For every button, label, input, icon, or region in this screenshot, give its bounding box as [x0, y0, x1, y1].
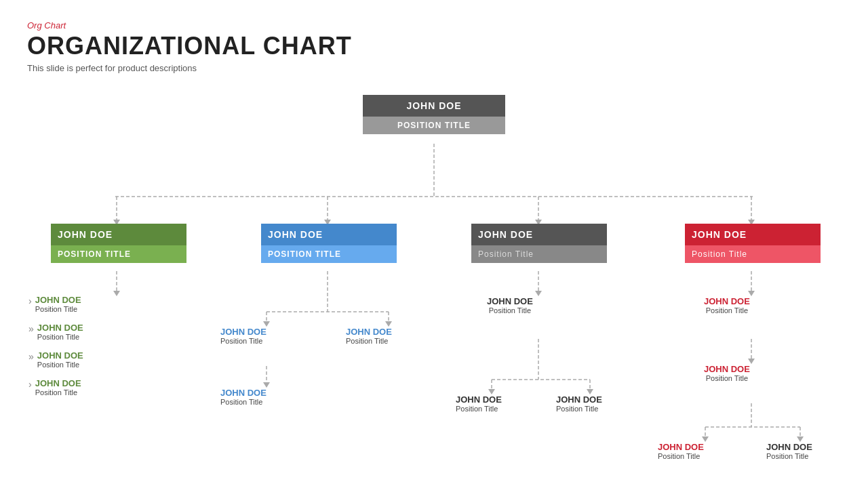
svg-marker-27: [587, 389, 593, 394]
gray-child-2-name: JOHN DOE: [456, 394, 502, 405]
chart-area: JOHN DOE POSITION TITLE JOHN DOE POSITIO…: [0, 81, 868, 488]
top-node-position: POSITION TITLE: [363, 117, 505, 134]
red-child-2: JOHN DOE Position Title: [704, 364, 750, 382]
red-node-name: JOHN DOE: [685, 224, 821, 245]
green-child-3-pos: Position Title: [37, 361, 83, 369]
svg-marker-36: [702, 436, 709, 442]
blue-child-1-pos: Position Title: [220, 337, 267, 345]
svg-marker-26: [488, 389, 495, 394]
red-child-3-pos: Position Title: [658, 452, 704, 460]
blue-child-3-name: JOHN DOE: [220, 388, 267, 398]
svg-marker-29: [748, 291, 755, 296]
header: Org Chart ORGANIZATIONAL CHART This slid…: [27, 20, 841, 73]
svg-marker-37: [797, 436, 804, 442]
arrow-icon-2: »: [28, 323, 34, 334]
red-child-4-pos: Position Title: [766, 452, 812, 460]
svg-marker-19: [263, 382, 270, 388]
red-child-1: JOHN DOE Position Title: [704, 296, 750, 314]
green-child-4-pos: Position Title: [35, 388, 81, 396]
green-child-3-name: JOHN DOE: [37, 350, 83, 361]
red-child-4: JOHN DOE Position Title: [766, 442, 812, 460]
red-node-pos: Position Title: [685, 245, 821, 263]
top-node: JOHN DOE POSITION TITLE: [363, 95, 505, 134]
arrow-icon-4: ›: [28, 379, 32, 390]
blue-node-pos: POSITION TITLE: [261, 245, 397, 263]
blue-child-sub: JOHN DOE Position Title: [220, 388, 267, 406]
gray-child-3-pos: Position Title: [556, 405, 602, 413]
svg-marker-31: [748, 359, 755, 364]
svg-marker-21: [535, 291, 542, 296]
red-child-1-pos: Position Title: [704, 306, 750, 314]
green-node-name: JOHN DOE: [51, 224, 186, 245]
green-children: › JOHN DOE Position Title » JOHN DOE Pos…: [28, 295, 83, 402]
green-node: JOHN DOE POSITION TITLE: [51, 224, 186, 263]
blue-node-name: JOHN DOE: [261, 224, 397, 245]
svg-marker-16: [263, 321, 270, 327]
green-child-2-pos: Position Title: [37, 333, 83, 341]
red-child-2-pos: Position Title: [704, 374, 750, 382]
red-child-2-name: JOHN DOE: [704, 364, 750, 374]
red-child-3-name: JOHN DOE: [658, 442, 704, 452]
arrow-icon-1: ›: [28, 296, 32, 306]
blue-child-1-name: JOHN DOE: [220, 327, 267, 337]
green-child-1-pos: Position Title: [35, 305, 81, 313]
gray-child-1: JOHN DOE Position Title: [487, 296, 533, 314]
red-child-3: JOHN DOE Position Title: [658, 442, 704, 460]
blue-child-3-pos: Position Title: [220, 398, 267, 406]
green-node-pos: POSITION TITLE: [51, 245, 186, 263]
green-child-3: » JOHN DOE Position Title: [28, 350, 83, 369]
blue-child-left: JOHN DOE Position Title: [220, 327, 267, 345]
gray-node-pos: Position Title: [471, 245, 607, 263]
red-child-4-name: JOHN DOE: [766, 442, 812, 452]
gray-node: JOHN DOE Position Title: [471, 224, 607, 263]
arrow-icon-3: »: [28, 351, 34, 362]
green-child-2-name: JOHN DOE: [37, 323, 83, 333]
main-title: ORGANIZATIONAL CHART: [27, 32, 841, 60]
red-child-1-name: JOHN DOE: [704, 296, 750, 306]
slide: Org Chart ORGANIZATIONAL CHART This slid…: [0, 0, 868, 488]
top-node-name: JOHN DOE: [363, 95, 505, 117]
green-child-2: » JOHN DOE Position Title: [28, 323, 83, 341]
gray-child-2: JOHN DOE Position Title: [456, 394, 502, 413]
green-child-1-name: JOHN DOE: [35, 295, 81, 305]
gray-child-3: JOHN DOE Position Title: [556, 394, 602, 413]
connectors-svg: [0, 81, 868, 488]
blue-child-right: JOHN DOE Position Title: [346, 327, 392, 345]
svg-marker-11: [113, 291, 120, 296]
blue-child-2-pos: Position Title: [346, 337, 392, 345]
blue-child-2-name: JOHN DOE: [346, 327, 392, 337]
gray-child-2-pos: Position Title: [456, 405, 502, 413]
org-label: Org Chart: [27, 20, 841, 30]
green-child-4: › JOHN DOE Position Title: [28, 378, 83, 396]
green-child-1: › JOHN DOE Position Title: [28, 295, 83, 313]
svg-marker-17: [385, 321, 392, 327]
red-node: JOHN DOE Position Title: [685, 224, 821, 263]
green-child-4-name: JOHN DOE: [35, 378, 81, 388]
gray-child-1-pos: Position Title: [487, 306, 533, 314]
blue-node: JOHN DOE POSITION TITLE: [261, 224, 397, 263]
subtitle: This slide is perfect for product descri…: [27, 63, 841, 73]
gray-node-name: JOHN DOE: [471, 224, 607, 245]
gray-child-3-name: JOHN DOE: [556, 394, 602, 405]
gray-child-1-name: JOHN DOE: [487, 296, 533, 306]
